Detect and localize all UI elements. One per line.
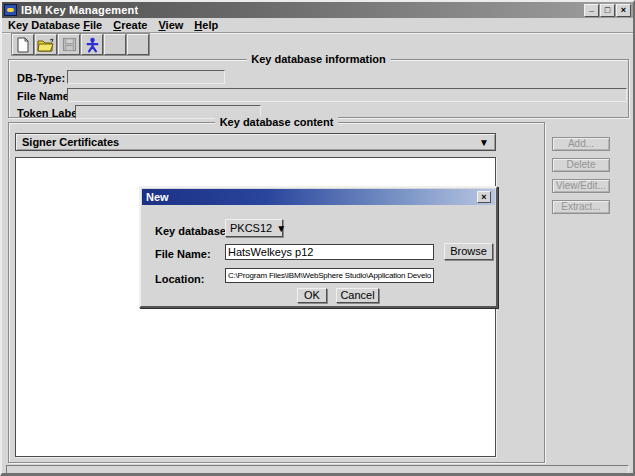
ok-button[interactable]: OK xyxy=(297,288,327,303)
key-database-information-group: Key database information DB-Type: File N… xyxy=(8,59,629,118)
dialog-title: New xyxy=(146,191,169,203)
close-button[interactable]: × xyxy=(616,4,631,17)
dialog-close-button[interactable]: × xyxy=(477,191,491,203)
menu-help[interactable]: Help xyxy=(194,19,218,31)
dialog-file-name-label: File Name: xyxy=(155,248,211,260)
app-icon xyxy=(4,4,17,16)
db-type-field xyxy=(67,70,225,84)
db-type-label: DB-Type: xyxy=(17,72,65,84)
add-button[interactable]: Add... xyxy=(552,137,610,151)
status-bar xyxy=(6,465,629,475)
certificate-type-value: Signer Certificates xyxy=(22,136,119,148)
group-title: Key database information xyxy=(246,53,390,65)
menu-bar: Key Database File Create View Help xyxy=(2,18,633,33)
new-dialog: New × Key database type PKCS12 ▼ File Na… xyxy=(139,186,498,308)
chevron-down-icon: ▼ xyxy=(479,137,489,148)
browse-button[interactable]: Browse xyxy=(444,243,493,260)
open-folder-icon xyxy=(37,38,55,52)
main-window: IBM Key Management _ □ × Key Database Fi… xyxy=(0,0,635,476)
key-database-type-value: PKCS12 xyxy=(230,222,272,234)
dialog-titlebar[interactable]: New × xyxy=(142,189,495,205)
group-title: Key database content xyxy=(215,116,339,128)
cancel-button[interactable]: Cancel xyxy=(336,288,379,303)
menu-view[interactable]: View xyxy=(158,19,183,31)
new-button[interactable] xyxy=(12,34,34,55)
file-name-input[interactable]: HatsWelkeys p12 xyxy=(225,244,434,260)
key-database-type-select[interactable]: PKCS12 ▼ xyxy=(225,219,283,237)
delete-button[interactable]: Delete xyxy=(552,158,610,172)
toolbar-blank-button-2[interactable] xyxy=(127,34,149,55)
extract-button[interactable]: Extract... xyxy=(552,200,610,214)
chevron-down-icon: ▼ xyxy=(276,223,286,234)
maximize-button[interactable]: □ xyxy=(600,4,615,17)
open-button[interactable] xyxy=(35,34,57,55)
window-title: IBM Key Management xyxy=(21,4,583,16)
location-label: Location: xyxy=(155,273,205,285)
toolbar-blank-button-1[interactable] xyxy=(104,34,126,55)
file-name-field xyxy=(67,88,627,102)
certificate-type-select[interactable]: Signer Certificates ▼ xyxy=(15,133,496,151)
file-name-label: File Name: xyxy=(17,90,73,102)
window-titlebar[interactable]: IBM Key Management _ □ × xyxy=(2,2,633,18)
help-button[interactable] xyxy=(81,34,103,55)
save-button[interactable] xyxy=(58,34,80,55)
view-edit-button[interactable]: View/Edit... xyxy=(552,179,610,193)
toolbar xyxy=(12,34,150,55)
menu-create[interactable]: Create xyxy=(113,19,147,31)
location-input[interactable]: C:\Program Files\IBM\WebSphere Studio\Ap… xyxy=(225,268,434,283)
minimize-button[interactable]: _ xyxy=(584,4,599,17)
menu-key-database-file[interactable]: Key Database File xyxy=(8,19,102,31)
save-disk-icon xyxy=(62,37,77,52)
person-icon xyxy=(85,37,100,53)
new-document-icon xyxy=(16,37,30,53)
token-label-label: Token Label: xyxy=(17,107,84,119)
